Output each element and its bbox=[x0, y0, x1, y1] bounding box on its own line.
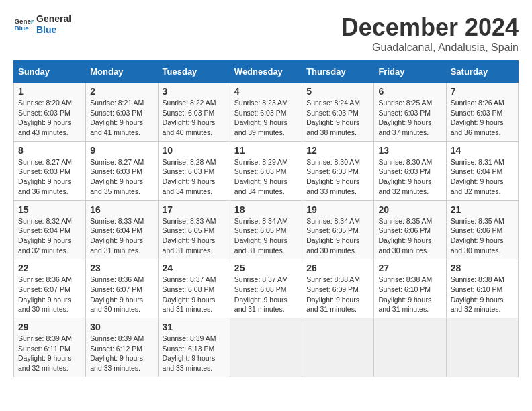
day-number: 1 bbox=[18, 86, 81, 97]
day-info: Sunrise: 8:28 AMSunset: 6:03 PMDaylight:… bbox=[163, 157, 226, 197]
logo: General Blue General Blue bbox=[13, 13, 71, 35]
day-info: Sunrise: 8:37 AMSunset: 6:08 PMDaylight:… bbox=[163, 275, 226, 314]
day-number: 13 bbox=[378, 145, 441, 156]
day-number: 5 bbox=[306, 86, 369, 97]
day-number: 26 bbox=[306, 263, 369, 273]
day-info: Sunrise: 8:30 AMSunset: 6:03 PMDaylight:… bbox=[378, 157, 441, 197]
logo-blue-text: Blue bbox=[36, 24, 71, 35]
calendar-cell: 15Sunrise: 8:32 AMSunset: 6:04 PMDayligh… bbox=[14, 200, 86, 259]
day-info: Sunrise: 8:20 AMSunset: 6:03 PMDaylight:… bbox=[18, 98, 81, 138]
calendar-cell: 7Sunrise: 8:26 AMSunset: 6:03 PMDaylight… bbox=[446, 83, 518, 142]
day-number: 30 bbox=[90, 322, 153, 332]
calendar-cell: 6Sunrise: 8:25 AMSunset: 6:03 PMDaylight… bbox=[374, 83, 446, 142]
day-number: 31 bbox=[163, 322, 226, 332]
month-title: December 2024 bbox=[341, 13, 519, 42]
calendar-week-5: 29Sunrise: 8:39 AMSunset: 6:11 PMDayligh… bbox=[14, 318, 519, 377]
calendar-cell: 4Sunrise: 8:23 AMSunset: 6:03 PMDaylight… bbox=[230, 83, 302, 142]
day-info: Sunrise: 8:25 AMSunset: 6:03 PMDaylight:… bbox=[378, 98, 441, 138]
day-number: 10 bbox=[163, 145, 226, 156]
calendar-cell: 31Sunrise: 8:39 AMSunset: 6:13 PMDayligh… bbox=[158, 318, 230, 377]
day-info: Sunrise: 8:33 AMSunset: 6:04 PMDaylight:… bbox=[90, 216, 153, 256]
day-info: Sunrise: 8:35 AMSunset: 6:06 PMDaylight:… bbox=[451, 216, 514, 256]
calendar-cell: 2Sunrise: 8:21 AMSunset: 6:03 PMDaylight… bbox=[86, 83, 158, 142]
day-number: 23 bbox=[90, 263, 153, 273]
day-info: Sunrise: 8:36 AMSunset: 6:07 PMDaylight:… bbox=[90, 275, 153, 314]
weekday-header-saturday: Saturday bbox=[446, 61, 518, 83]
day-info: Sunrise: 8:21 AMSunset: 6:03 PMDaylight:… bbox=[90, 98, 153, 138]
weekday-header-friday: Friday bbox=[374, 61, 446, 83]
day-info: Sunrise: 8:38 AMSunset: 6:10 PMDaylight:… bbox=[451, 275, 514, 314]
calendar-cell: 30Sunrise: 8:39 AMSunset: 6:12 PMDayligh… bbox=[86, 318, 158, 377]
calendar-cell: 20Sunrise: 8:35 AMSunset: 6:06 PMDayligh… bbox=[374, 200, 446, 259]
calendar-cell: 22Sunrise: 8:36 AMSunset: 6:07 PMDayligh… bbox=[14, 259, 86, 318]
day-info: Sunrise: 8:30 AMSunset: 6:03 PMDaylight:… bbox=[306, 157, 369, 197]
weekday-header-wednesday: Wednesday bbox=[230, 61, 302, 83]
day-info: Sunrise: 8:35 AMSunset: 6:06 PMDaylight:… bbox=[378, 216, 441, 256]
day-number: 11 bbox=[234, 145, 298, 156]
calendar-week-4: 22Sunrise: 8:36 AMSunset: 6:07 PMDayligh… bbox=[14, 259, 519, 318]
calendar-cell: 19Sunrise: 8:34 AMSunset: 6:05 PMDayligh… bbox=[302, 200, 374, 259]
day-number: 2 bbox=[90, 86, 153, 97]
day-number: 27 bbox=[378, 263, 441, 273]
calendar-cell: 28Sunrise: 8:38 AMSunset: 6:10 PMDayligh… bbox=[446, 259, 518, 318]
calendar-week-1: 1Sunrise: 8:20 AMSunset: 6:03 PMDaylight… bbox=[14, 83, 519, 142]
day-info: Sunrise: 8:39 AMSunset: 6:11 PMDaylight:… bbox=[18, 334, 81, 373]
day-number: 20 bbox=[378, 204, 441, 215]
weekday-header-thursday: Thursday bbox=[302, 61, 374, 83]
svg-text:Blue: Blue bbox=[15, 24, 30, 32]
day-info: Sunrise: 8:27 AMSunset: 6:03 PMDaylight:… bbox=[90, 157, 153, 197]
weekday-header-row: SundayMondayTuesdayWednesdayThursdayFrid… bbox=[14, 61, 519, 83]
day-info: Sunrise: 8:24 AMSunset: 6:03 PMDaylight:… bbox=[306, 98, 369, 138]
day-number: 28 bbox=[451, 263, 514, 273]
day-number: 22 bbox=[18, 263, 81, 273]
calendar-cell bbox=[302, 318, 374, 377]
day-info: Sunrise: 8:23 AMSunset: 6:03 PMDaylight:… bbox=[234, 98, 298, 138]
calendar-cell: 26Sunrise: 8:38 AMSunset: 6:09 PMDayligh… bbox=[302, 259, 374, 318]
title-area: December 2024 Guadalcanal, Andalusia, Sp… bbox=[341, 13, 519, 54]
day-number: 18 bbox=[234, 204, 298, 215]
day-info: Sunrise: 8:33 AMSunset: 6:05 PMDaylight:… bbox=[163, 216, 226, 256]
day-info: Sunrise: 8:38 AMSunset: 6:09 PMDaylight:… bbox=[306, 275, 369, 314]
day-number: 24 bbox=[163, 263, 226, 273]
calendar-cell: 18Sunrise: 8:34 AMSunset: 6:05 PMDayligh… bbox=[230, 200, 302, 259]
day-info: Sunrise: 8:29 AMSunset: 6:03 PMDaylight:… bbox=[234, 157, 298, 197]
calendar-cell: 21Sunrise: 8:35 AMSunset: 6:06 PMDayligh… bbox=[446, 200, 518, 259]
weekday-header-sunday: Sunday bbox=[14, 61, 86, 83]
day-number: 29 bbox=[18, 322, 81, 332]
day-info: Sunrise: 8:34 AMSunset: 6:05 PMDaylight:… bbox=[234, 216, 298, 256]
calendar-cell: 29Sunrise: 8:39 AMSunset: 6:11 PMDayligh… bbox=[14, 318, 86, 377]
day-number: 14 bbox=[451, 145, 514, 156]
day-info: Sunrise: 8:38 AMSunset: 6:10 PMDaylight:… bbox=[378, 275, 441, 314]
calendar-cell: 23Sunrise: 8:36 AMSunset: 6:07 PMDayligh… bbox=[86, 259, 158, 318]
weekday-header-monday: Monday bbox=[86, 61, 158, 83]
day-info: Sunrise: 8:37 AMSunset: 6:08 PMDaylight:… bbox=[234, 275, 298, 314]
day-info: Sunrise: 8:36 AMSunset: 6:07 PMDaylight:… bbox=[18, 275, 81, 314]
day-info: Sunrise: 8:34 AMSunset: 6:05 PMDaylight:… bbox=[306, 216, 369, 256]
calendar-cell bbox=[230, 318, 302, 377]
day-number: 7 bbox=[451, 86, 514, 97]
day-number: 25 bbox=[234, 263, 298, 273]
day-number: 8 bbox=[18, 145, 81, 156]
calendar-cell: 12Sunrise: 8:30 AMSunset: 6:03 PMDayligh… bbox=[302, 141, 374, 200]
svg-text:General: General bbox=[15, 17, 34, 25]
calendar-cell: 8Sunrise: 8:27 AMSunset: 6:03 PMDaylight… bbox=[14, 141, 86, 200]
calendar-week-3: 15Sunrise: 8:32 AMSunset: 6:04 PMDayligh… bbox=[14, 200, 519, 259]
logo-general-text: General bbox=[36, 13, 71, 24]
calendar-cell: 10Sunrise: 8:28 AMSunset: 6:03 PMDayligh… bbox=[158, 141, 230, 200]
day-number: 6 bbox=[378, 86, 441, 97]
location: Guadalcanal, Andalusia, Spain bbox=[341, 42, 519, 54]
calendar-cell: 5Sunrise: 8:24 AMSunset: 6:03 PMDaylight… bbox=[302, 83, 374, 142]
calendar-cell: 16Sunrise: 8:33 AMSunset: 6:04 PMDayligh… bbox=[86, 200, 158, 259]
day-number: 21 bbox=[451, 204, 514, 215]
calendar-cell: 9Sunrise: 8:27 AMSunset: 6:03 PMDaylight… bbox=[86, 141, 158, 200]
calendar-cell: 27Sunrise: 8:38 AMSunset: 6:10 PMDayligh… bbox=[374, 259, 446, 318]
calendar-cell: 1Sunrise: 8:20 AMSunset: 6:03 PMDaylight… bbox=[14, 83, 86, 142]
day-number: 15 bbox=[18, 204, 81, 215]
calendar-table: SundayMondayTuesdayWednesdayThursdayFrid… bbox=[13, 60, 519, 377]
day-number: 9 bbox=[90, 145, 153, 156]
calendar-cell bbox=[374, 318, 446, 377]
weekday-header-tuesday: Tuesday bbox=[158, 61, 230, 83]
calendar-cell: 3Sunrise: 8:22 AMSunset: 6:03 PMDaylight… bbox=[158, 83, 230, 142]
day-info: Sunrise: 8:39 AMSunset: 6:12 PMDaylight:… bbox=[90, 334, 153, 373]
day-info: Sunrise: 8:32 AMSunset: 6:04 PMDaylight:… bbox=[18, 216, 81, 256]
